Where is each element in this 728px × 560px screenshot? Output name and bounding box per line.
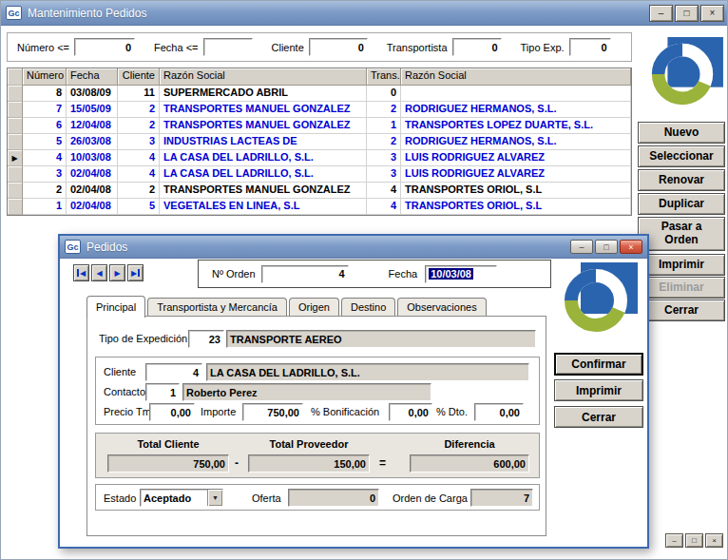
cell-trans[interactable]: 2 xyxy=(367,102,401,118)
table-row[interactable]: 6 12/04/08 2 TRANSPORTES MANUEL GONZALEZ… xyxy=(8,118,631,134)
cell-trans[interactable]: 2 xyxy=(367,134,401,150)
row-selector[interactable] xyxy=(8,199,23,215)
column-header-razon-cliente[interactable]: Razón Social xyxy=(160,68,367,86)
minimize-icon[interactable]: – xyxy=(570,240,593,254)
precio-field[interactable]: 0,00 xyxy=(149,403,195,421)
cell-fecha[interactable]: 02/04/08 xyxy=(67,199,118,215)
cell-cliente[interactable]: 2 xyxy=(118,102,160,118)
close-icon[interactable]: × xyxy=(620,240,642,254)
previous-record-icon[interactable]: ◀ xyxy=(91,264,107,281)
cell-fecha[interactable]: 02/04/08 xyxy=(67,183,118,199)
close-icon[interactable]: × xyxy=(700,5,724,22)
cell-numero[interactable]: 1 xyxy=(23,199,67,215)
maximize-icon[interactable]: □ xyxy=(675,5,699,22)
tab-observaciones[interactable]: Observaciones xyxy=(397,298,486,316)
cell-razon-cliente[interactable]: TRANSPORTES MANUEL GONZALEZ xyxy=(160,102,367,118)
contacto-code-field[interactable]: 1 xyxy=(145,383,180,401)
cell-numero[interactable]: 3 xyxy=(23,166,67,183)
current-row-indicator-icon[interactable]: ▶ xyxy=(8,150,23,166)
cell-razon-trans[interactable]: LUIS RODRIGUEZ ALVAREZ xyxy=(401,166,631,183)
imprimir-button[interactable]: Imprimir xyxy=(638,254,725,276)
tab-destino[interactable]: Destino xyxy=(341,298,395,316)
row-selector[interactable] xyxy=(8,86,23,102)
main-titlebar[interactable]: Gc Mantenimiento Pedidos – □ × xyxy=(1,1,728,26)
dto-field[interactable]: 0,00 xyxy=(474,403,524,421)
column-header-fecha[interactable]: Fecha xyxy=(67,68,118,86)
first-record-icon[interactable]: ◀ xyxy=(73,264,89,281)
duplicar-button[interactable]: Duplicar xyxy=(638,193,725,215)
cerrar-button[interactable]: Cerrar xyxy=(554,406,643,428)
bonificacion-field[interactable]: 0,00 xyxy=(389,403,432,421)
cell-trans[interactable]: 3 xyxy=(367,150,401,166)
cell-razon-cliente[interactable]: SUPERMERCADO ABRIL xyxy=(160,86,367,102)
minimize-icon[interactable]: – xyxy=(665,533,683,548)
table-row-current[interactable]: ▶ 4 10/03/08 4 LA CASA DEL LADRILLO, S.L… xyxy=(8,150,631,166)
cell-razon-trans[interactable]: TRANSPORTES LOPEZ DUARTE, S.L. xyxy=(401,118,631,134)
table-row[interactable]: 7 15/05/09 2 TRANSPORTES MANUEL GONZALEZ… xyxy=(8,102,631,118)
cell-fecha[interactable]: 02/04/08 xyxy=(67,166,118,183)
table-row[interactable]: 2 02/04/08 2 TRANSPORTES MANUEL GONZALEZ… xyxy=(8,183,631,199)
filter-input-tipo-exp[interactable] xyxy=(569,38,611,56)
cell-cliente[interactable]: 11 xyxy=(118,86,160,102)
filter-input-transportista[interactable] xyxy=(452,38,502,56)
pasar-a-orden-button[interactable]: Pasar a Orden xyxy=(638,217,725,251)
column-header-trans[interactable]: Trans. xyxy=(367,68,401,86)
cell-cliente[interactable]: 2 xyxy=(118,183,160,199)
column-header-razon-trans[interactable]: Razón Social xyxy=(401,68,631,86)
cell-cliente[interactable]: 5 xyxy=(118,199,160,215)
cell-numero[interactable]: 7 xyxy=(23,102,67,118)
row-selector[interactable] xyxy=(8,134,23,150)
cell-razon-cliente[interactable]: LA CASA DEL LADRILLO, S.L. xyxy=(160,166,367,183)
table-row[interactable]: 3 02/04/08 4 LA CASA DEL LADRILLO, S.L. … xyxy=(8,166,631,183)
column-header-numero[interactable]: Número xyxy=(23,68,67,86)
cell-razon-cliente[interactable]: TRANSPORTES MANUEL GONZALEZ xyxy=(160,183,367,199)
table-row[interactable]: 1 02/04/08 5 VEGETALES EN LINEA, S.L 4 T… xyxy=(8,199,631,215)
cell-numero[interactable]: 6 xyxy=(23,118,67,134)
cell-cliente[interactable]: 4 xyxy=(118,150,160,166)
row-selector[interactable] xyxy=(8,183,23,199)
cell-fecha[interactable]: 12/04/08 xyxy=(67,118,118,134)
cell-razon-trans[interactable]: TRANSPORTES ORIOL, S.L xyxy=(401,183,631,199)
tipo-expedicion-code-field[interactable]: 23 xyxy=(188,330,224,348)
cell-razon-cliente[interactable]: VEGETALES EN LINEA, S.L xyxy=(160,199,367,215)
chevron-down-icon[interactable]: ▼ xyxy=(207,490,222,506)
cerrar-button[interactable]: Cerrar xyxy=(638,299,725,321)
cell-razon-cliente[interactable]: TRANSPORTES MANUEL GONZALEZ xyxy=(160,118,367,134)
close-icon[interactable]: × xyxy=(705,533,723,548)
cell-trans[interactable]: 4 xyxy=(367,199,401,215)
tab-principal[interactable]: Principal xyxy=(86,296,145,318)
cell-fecha[interactable]: 03/08/09 xyxy=(67,86,118,102)
confirmar-button[interactable]: Confirmar xyxy=(554,353,643,376)
cell-razon-trans[interactable]: TRANSPORTES ORIOL, S.L xyxy=(401,199,631,215)
imprimir-button[interactable]: Imprimir xyxy=(554,379,643,401)
renovar-button[interactable]: Renovar xyxy=(638,169,725,191)
cell-razon-trans[interactable]: LUIS RODRIGUEZ ALVAREZ xyxy=(401,150,631,166)
cell-numero[interactable]: 2 xyxy=(23,183,67,199)
orden-field[interactable]: 4 xyxy=(261,265,349,283)
filter-input-fecha[interactable] xyxy=(203,38,253,56)
cell-trans[interactable]: 0 xyxy=(367,86,401,102)
cell-razon-trans[interactable]: RODRIGUEZ HERMANOS, S.L. xyxy=(401,102,631,118)
seleccionar-button[interactable]: Seleccionar xyxy=(638,145,725,167)
cell-razon-cliente[interactable]: INDUSTRIAS LACTEAS DE xyxy=(160,134,367,150)
minimize-icon[interactable]: – xyxy=(649,5,673,22)
cell-cliente[interactable]: 2 xyxy=(118,118,160,134)
last-record-icon[interactable]: ▶ xyxy=(127,264,144,281)
cell-razon-trans[interactable]: RODRIGUEZ HERMANOS, S.L. xyxy=(401,134,631,150)
tab-transportista-y-mercancia[interactable]: Transportista y Mercancía xyxy=(147,298,287,316)
row-selector[interactable] xyxy=(8,102,23,118)
filter-input-numero[interactable] xyxy=(74,38,135,56)
cell-trans[interactable]: 4 xyxy=(367,183,401,199)
row-selector[interactable] xyxy=(8,166,23,183)
nuevo-button[interactable]: Nuevo xyxy=(638,122,725,144)
cell-fecha[interactable]: 10/03/08 xyxy=(67,150,118,166)
importe-field[interactable]: 750,00 xyxy=(242,403,303,421)
maximize-icon[interactable]: □ xyxy=(595,240,618,254)
table-row[interactable]: 8 03/08/09 11 SUPERMERCADO ABRIL 0 xyxy=(8,86,631,102)
cell-cliente[interactable]: 3 xyxy=(118,134,160,150)
cell-trans[interactable]: 1 xyxy=(367,118,401,134)
cell-cliente[interactable]: 4 xyxy=(118,166,160,183)
cell-numero[interactable]: 4 xyxy=(23,150,67,166)
fecha-field[interactable]: 10/03/08 xyxy=(425,265,497,283)
cell-trans[interactable]: 3 xyxy=(367,166,401,183)
